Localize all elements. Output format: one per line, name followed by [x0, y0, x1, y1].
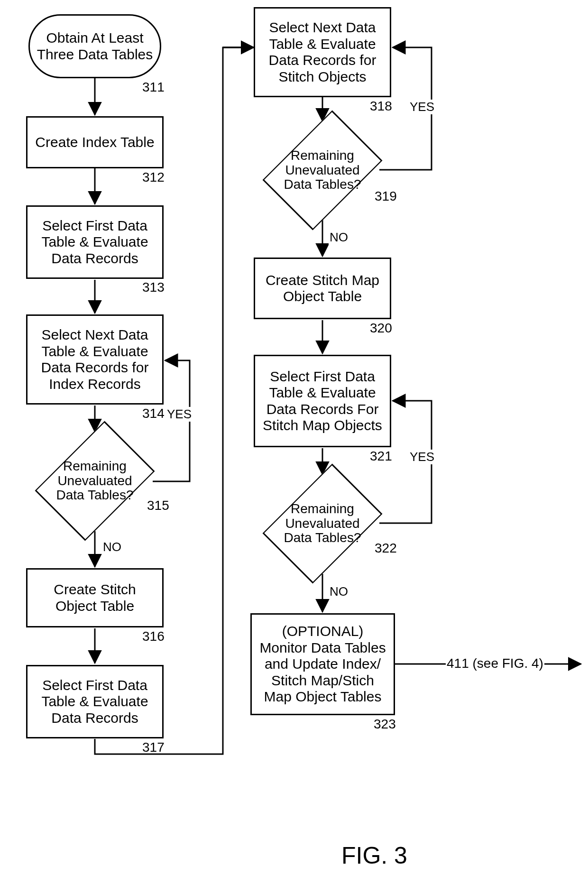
node-319-text: Remaining Unevaluated Data Tables? [273, 148, 372, 192]
node-318-text: Select Next Data Table & Evaluate Data R… [260, 19, 385, 85]
edge-315-no: NO [102, 540, 122, 554]
node-319: Remaining Unevaluated Data Tables? [273, 121, 372, 220]
node-313: Select First Data Table & Evaluate Data … [26, 205, 164, 279]
node-321: Select First Data Table & Evaluate Data … [254, 355, 391, 447]
ref-313: 313 [142, 280, 165, 295]
node-322: Remaining Unevaluated Data Tables? [273, 474, 372, 573]
ref-316: 316 [142, 629, 165, 644]
ref-317: 317 [142, 740, 165, 755]
node-314: Select Next Data Table & Evaluate Data R… [26, 314, 164, 405]
edge-322-yes: YES [409, 450, 435, 464]
edge-315-yes: YES [166, 407, 193, 422]
ref-318: 318 [370, 99, 392, 114]
ref-321: 321 [370, 449, 392, 464]
node-317-text: Select First Data Table & Evaluate Data … [32, 677, 157, 727]
node-316-text: Create Stitch Object Table [32, 581, 157, 614]
ref-320: 320 [370, 321, 392, 336]
node-312: Create Index Table [26, 116, 164, 168]
node-314-text: Select Next Data Table & Evaluate Data R… [32, 327, 157, 392]
node-317: Select First Data Table & Evaluate Data … [26, 665, 164, 738]
node-323-text: (OPTIONAL) Monitor Data Tables and Updat… [257, 623, 389, 705]
ref-322: 322 [375, 541, 397, 556]
edge-319-no: NO [329, 230, 349, 245]
node-311-text: Obtain At Least Three Data Tables [35, 30, 155, 63]
ref-323: 323 [374, 717, 396, 732]
node-316: Create Stitch Object Table [26, 568, 164, 627]
node-323: (OPTIONAL) Monitor Data Tables and Updat… [250, 613, 395, 715]
node-322-text: Remaining Unevaluated Data Tables? [273, 502, 372, 545]
ref-314: 314 [142, 406, 165, 421]
node-315-text: Remaining Unevaluated Data Tables? [46, 459, 144, 503]
node-320-text: Create Stitch Map Object Table [260, 272, 385, 305]
node-321-text: Select First Data Table & Evaluate Data … [260, 369, 385, 434]
ref-312: 312 [142, 170, 165, 185]
ref-319: 319 [375, 189, 397, 204]
edge-322-no: NO [329, 584, 349, 599]
node-318: Select Next Data Table & Evaluate Data R… [254, 7, 391, 97]
ref-315: 315 [147, 498, 169, 513]
node-313-text: Select First Data Table & Evaluate Data … [32, 218, 157, 267]
node-311: Obtain At Least Three Data Tables [28, 14, 161, 78]
figure-label: FIG. 3 [341, 842, 407, 869]
exit-label: 411 (see FIG. 4) [447, 656, 543, 671]
node-312-text: Create Index Table [35, 134, 154, 151]
ref-311: 311 [142, 80, 165, 95]
node-315: Remaining Unevaluated Data Tables? [46, 432, 144, 530]
edge-319-yes: YES [409, 100, 435, 114]
node-320: Create Stitch Map Object Table [254, 258, 391, 319]
